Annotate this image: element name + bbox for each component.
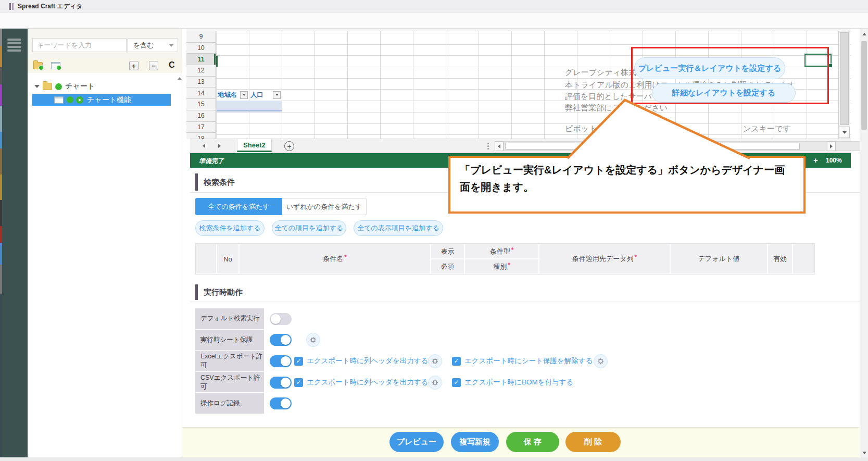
expand-all-button[interactable]: +	[129, 61, 139, 70]
required-mark: *	[508, 261, 510, 269]
zoom-level-label: 100%	[826, 157, 842, 164]
collapse-caret-icon[interactable]	[34, 85, 40, 88]
sheet-vertical-scrollbar[interactable]	[838, 31, 850, 139]
row-header[interactable]: 18	[186, 133, 216, 139]
default-search-toggle[interactable]	[270, 313, 292, 325]
scroll-down-button[interactable]	[839, 127, 850, 138]
setting-row-operation-log: 操作ログ記録	[195, 393, 815, 414]
prev-sheet-icon[interactable]	[203, 144, 205, 148]
tree-node-label: チャート	[65, 82, 95, 91]
row-header[interactable]: 9	[186, 31, 216, 43]
duplicate-new-button[interactable]: 複写新規	[451, 432, 499, 452]
checkbox-checked-icon[interactable]	[294, 378, 303, 387]
col-condition-type: 条件型*	[464, 244, 539, 259]
col-blank	[196, 244, 217, 274]
tree-scroll-up-icon[interactable]	[178, 77, 182, 80]
section-accent-bar	[195, 284, 198, 300]
setting-row-sheet-protect: 実行時シート保護	[195, 330, 815, 351]
page-scrollbar-thumb[interactable]	[861, 41, 867, 130]
gear-icon[interactable]	[428, 354, 442, 368]
add-sheet-icon[interactable]: +	[284, 141, 294, 151]
page-scroll-up-icon[interactable]	[862, 33, 866, 35]
refresh-icon[interactable]: C	[169, 60, 175, 70]
checkbox-checked-icon[interactable]	[452, 378, 461, 387]
sheet-protect-toggle[interactable]	[270, 334, 292, 346]
row-header[interactable]: 16	[186, 110, 216, 122]
col-required: 必須	[431, 259, 464, 274]
add-all-items-button[interactable]: 全ての項目を追加する	[272, 220, 346, 236]
required-mark: *	[511, 246, 514, 254]
col-no: No	[217, 244, 239, 274]
side-rail	[2, 29, 28, 457]
col-display: 表示	[431, 244, 464, 259]
checkbox-label[interactable]: エクスポート時にシート保護を解除する	[464, 356, 593, 366]
checkbox-label[interactable]: エクスポート時にBOMを付与する	[464, 378, 573, 387]
row-header[interactable]: 12	[186, 65, 216, 77]
row-header[interactable]: 13	[186, 77, 216, 88]
filter-dropdown-icon[interactable]	[273, 91, 281, 99]
trial-text-line: グレープシティ株式会	[565, 68, 644, 78]
scroll-left-button[interactable]	[495, 141, 504, 151]
setting-label: Excelエクスポート許可	[195, 351, 264, 372]
sheet-tab-sheet2[interactable]: Sheet2	[237, 139, 272, 152]
gear-icon[interactable]	[306, 333, 320, 347]
cell-population-header[interactable]: 人口	[249, 90, 282, 101]
section-title: 検索条件	[204, 178, 235, 188]
search-input[interactable]	[32, 38, 127, 52]
add-view-icon[interactable]	[51, 62, 60, 69]
callout-line: 面を開きます。	[460, 179, 785, 196]
checkbox-checked-icon[interactable]	[452, 357, 461, 366]
page-scroll-down-icon[interactable]	[862, 452, 866, 454]
row-header-column[interactable]: 9 10 11 12 13 14 15 16 17 18	[186, 31, 216, 139]
match-mode-select[interactable]: を含む	[128, 38, 178, 52]
main-toolbar: ←	[0, 13, 868, 29]
hamburger-icon[interactable]	[7, 39, 21, 41]
conditions-table-header: No 条件名* 表示 条件型* 条件適用先データ列* デフォルト値 有効 必須 …	[195, 243, 815, 275]
col-blank-end	[792, 244, 814, 274]
next-sheet-icon[interactable]	[218, 144, 221, 148]
checkbox-label[interactable]: エクスポート時に列ヘッダを出力する	[307, 356, 428, 366]
setting-label: 操作ログ記録	[195, 393, 264, 414]
footer-action-bar: プレビュー 複写新規 保 存 削 除	[182, 427, 860, 457]
checkbox-label[interactable]: エクスポート時に列ヘッダを出力する	[307, 378, 428, 387]
page-scrollbar[interactable]	[860, 29, 868, 461]
delete-button[interactable]: 削 除	[565, 432, 621, 452]
tree-node-chart-feature-selected[interactable]: チャート機能	[32, 94, 171, 106]
data-entry-row[interactable]	[217, 101, 282, 111]
scrollbar-thumb[interactable]	[840, 32, 849, 125]
app-icon	[9, 3, 11, 10]
add-all-display-items-button[interactable]: 全ての表示項目を追加する	[354, 220, 443, 236]
collapse-all-button[interactable]: −	[149, 61, 158, 70]
csv-export-toggle[interactable]	[270, 377, 292, 389]
row-header[interactable]: 15	[186, 99, 216, 110]
operation-log-toggle[interactable]	[270, 397, 292, 409]
filter-dropdown-icon[interactable]	[240, 91, 248, 99]
row-header[interactable]: 17	[186, 122, 216, 133]
zoom-in-icon[interactable]: +	[813, 156, 818, 165]
scroll-right-button[interactable]	[827, 141, 836, 151]
gear-icon[interactable]	[594, 354, 608, 368]
row-header[interactable]: 10	[186, 43, 216, 54]
col-condition-name: 条件名*	[239, 244, 431, 274]
tree-view: チャート	[28, 73, 182, 457]
preview-run-layout-button[interactable]: プレビュー実行＆レイアウトを設定する	[634, 57, 785, 79]
callout-pointer	[547, 97, 765, 159]
excel-export-toggle[interactable]	[270, 355, 292, 367]
column-header-label: 地域名	[218, 91, 237, 99]
scrollbar-grip-icon[interactable]	[487, 142, 489, 151]
match-mode-value: を含む	[133, 41, 154, 50]
save-button[interactable]: 保 存	[506, 432, 559, 452]
gear-icon[interactable]	[428, 376, 442, 390]
match-all-segment[interactable]: 全ての条件を満たす	[195, 198, 282, 215]
tree-node-chart[interactable]: チャート	[34, 82, 95, 91]
row-header-active[interactable]: 11	[186, 54, 216, 65]
cell-region-header[interactable]: 地域名	[217, 90, 249, 101]
setting-label: CSVエクスポート許可	[195, 372, 264, 393]
preview-button[interactable]: プレビュー	[389, 432, 444, 452]
match-any-segment[interactable]: いずれかの条件を満たす	[282, 198, 367, 215]
checkbox-checked-icon[interactable]	[294, 357, 303, 366]
row-header[interactable]: 14	[186, 88, 216, 99]
add-folder-icon[interactable]	[33, 62, 43, 69]
cell-selection-box	[804, 54, 832, 67]
add-search-condition-button[interactable]: 検索条件を追加する	[195, 220, 265, 236]
